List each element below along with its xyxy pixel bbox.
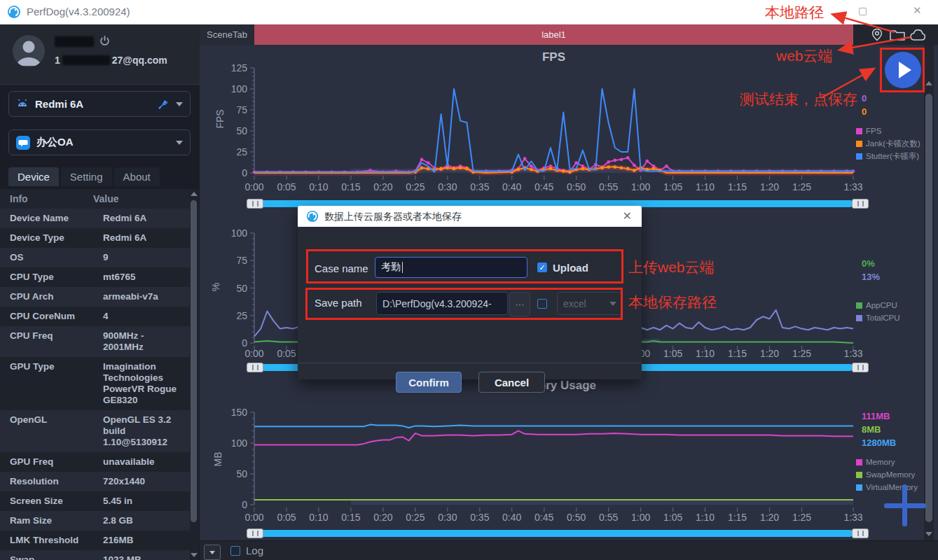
location-pin-icon[interactable] <box>871 28 883 41</box>
annotation-local-save-hint: 本地保存路径 <box>628 293 717 312</box>
chevron-down-icon <box>209 551 215 554</box>
svg-text:0:35: 0:35 <box>470 181 489 192</box>
dialog-close-icon[interactable]: ✕ <box>623 209 632 223</box>
value-cell: Imagination Technologies PowerVR Rogue G… <box>93 357 190 410</box>
svg-text:25: 25 <box>236 146 247 158</box>
value-cell: 900MHz - 2001MHz <box>93 326 190 357</box>
table-row: LMK Threshold216MB <box>0 531 190 550</box>
value-cell: 4 <box>93 307 190 326</box>
svg-text:0:00: 0:00 <box>244 512 263 523</box>
info-cell: CPU Freq <box>0 326 93 357</box>
app-select[interactable]: 办公OA <box>8 130 191 155</box>
app-select-label: 办公OA <box>36 136 170 149</box>
info-cell: CPU Arch <box>0 287 93 307</box>
main-scrollbar[interactable] <box>924 45 934 540</box>
memory-scroll-handle-left[interactable] <box>247 528 263 538</box>
svg-text:1:05: 1:05 <box>663 512 682 523</box>
scroll-up-icon[interactable] <box>925 81 932 85</box>
info-cell: Swap <box>0 550 93 560</box>
svg-text:150: 150 <box>231 407 248 418</box>
power-icon[interactable] <box>99 36 110 46</box>
annotation-upload-hint: 上传web云端 <box>628 258 715 277</box>
table-row: Ram Size2.8 GB <box>0 511 190 531</box>
info-cell: GPU Freq <box>0 452 93 472</box>
add-chart-icon[interactable] <box>902 484 907 526</box>
value-cell: OpenGL ES 3.2 build 1.10@5130912 <box>93 410 190 452</box>
table-row: GPU Frequnavailable <box>0 452 190 472</box>
dialog-divider <box>298 363 642 363</box>
svg-text:0:45: 0:45 <box>534 512 553 523</box>
memory-scroll-handle-right[interactable] <box>852 528 869 538</box>
svg-text:50: 50 <box>236 125 247 136</box>
annotation-local-path: 本地路径 <box>765 3 824 22</box>
maximize-button[interactable]: ▢ <box>858 5 867 16</box>
svg-text:100: 100 <box>231 438 248 449</box>
sidebar-scrollbar-thumb[interactable] <box>191 200 197 522</box>
confirm-button[interactable]: Confirm <box>396 372 462 393</box>
svg-text:0:35: 0:35 <box>470 512 489 523</box>
svg-text:0:45: 0:45 <box>534 181 553 192</box>
expand-log-button[interactable] <box>204 545 221 560</box>
user-email: 1 27@qq.com <box>55 55 167 66</box>
svg-text:1:20: 1:20 <box>760 348 779 359</box>
legend-swatch <box>856 141 862 147</box>
svg-text:0:55: 0:55 <box>599 512 618 523</box>
memory-chart-scrollbar[interactable] <box>254 530 853 537</box>
fps-scroll-handle-right[interactable] <box>852 199 869 209</box>
table-row: CPU Archarmeabi-v7a <box>0 287 190 307</box>
svg-text:1:15: 1:15 <box>728 348 747 359</box>
scroll-down-icon[interactable] <box>191 553 198 557</box>
scene-tab[interactable]: SceneTab <box>200 24 254 45</box>
app-title: PerfDog(v4.3.200924) <box>27 6 130 18</box>
svg-text:1:15: 1:15 <box>728 181 747 192</box>
chevron-down-icon <box>176 141 183 145</box>
tab-about[interactable]: About <box>114 167 160 186</box>
fps-scroll-handle-left[interactable] <box>247 199 263 209</box>
value-cell: 9 <box>93 248 190 267</box>
svg-text:1:00: 1:00 <box>631 512 650 523</box>
cpu-scroll-handle-right[interactable] <box>852 363 869 372</box>
info-cell: Resolution <box>0 472 93 491</box>
annotation-box-case-name <box>306 249 623 284</box>
info-cell: CPU CoreNum <box>0 307 93 326</box>
bottom-bar: Log <box>200 540 938 560</box>
table-row: GPU TypeImagination Technologies PowerVR… <box>0 357 190 410</box>
info-cell: OS <box>0 248 93 267</box>
legend-swatch <box>856 459 862 465</box>
scroll-up-icon[interactable] <box>191 192 198 196</box>
value-cell: unavailable <box>93 452 190 472</box>
main-scrollbar-thumb[interactable] <box>925 94 932 522</box>
sidebar: 1 27@qq.com Redmi 6A 办公OA Device Setting <box>0 24 200 560</box>
info-cell: LMK Threshold <box>0 531 93 550</box>
sidebar-scrollbar[interactable] <box>190 189 199 560</box>
annotation-save-hint: 测试结束，点保存 <box>740 90 857 109</box>
info-cell: Device Type <box>0 228 93 248</box>
svg-text:125: 125 <box>231 62 248 74</box>
legend-swatch <box>856 315 862 321</box>
table-row: CPU CoreNum4 <box>0 307 190 326</box>
cancel-button[interactable]: Cancel <box>478 372 545 393</box>
svg-text:50: 50 <box>236 283 247 294</box>
svg-text:0:25: 0:25 <box>406 181 425 192</box>
scroll-down-icon[interactable] <box>925 532 932 536</box>
value-cell: 216MB <box>93 531 190 550</box>
avatar[interactable] <box>13 35 45 67</box>
info-cell: CPU Type <box>0 267 93 287</box>
folder-icon[interactable] <box>890 29 905 41</box>
memory-chart: 0501001500:000:050:100:150:200:250:300:3… <box>200 398 938 540</box>
info-cell: OpenGL <box>0 410 93 452</box>
tab-setting[interactable]: Setting <box>61 167 112 186</box>
scene-label[interactable]: label1 <box>254 24 853 45</box>
svg-text:1:25: 1:25 <box>792 348 811 359</box>
cpu-scroll-handle-left[interactable] <box>247 363 263 372</box>
cloud-icon[interactable] <box>909 29 926 41</box>
log-checkbox[interactable] <box>230 546 240 556</box>
sidebar-tabs: Device Setting About <box>8 167 160 186</box>
device-select[interactable]: Redmi 6A <box>8 91 191 117</box>
tab-device[interactable]: Device <box>8 167 59 186</box>
annotation-box-play <box>880 48 925 92</box>
android-icon <box>16 98 29 111</box>
svg-text:0:40: 0:40 <box>502 181 521 192</box>
svg-text:50: 50 <box>236 468 247 479</box>
close-button[interactable]: ✕ <box>913 4 922 17</box>
